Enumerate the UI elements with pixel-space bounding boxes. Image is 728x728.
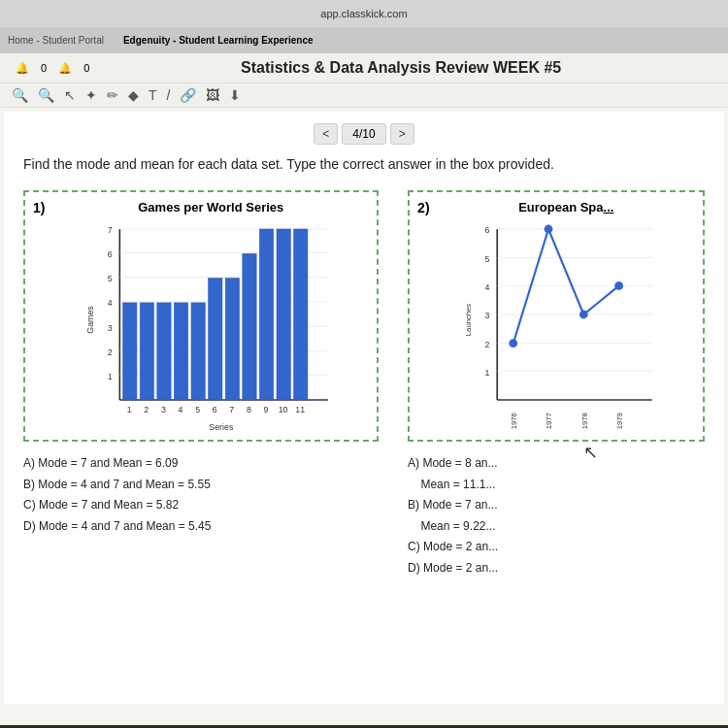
problem1-box: 1) Games per World Series xyxy=(23,190,379,442)
notif-count: 0 xyxy=(41,62,47,74)
svg-text:2: 2 xyxy=(108,347,113,357)
problem2-number: 2) xyxy=(417,200,429,215)
url-bar[interactable]: app.classkick.com xyxy=(320,8,407,19)
svg-text:1979: 1979 xyxy=(614,413,623,429)
zoom-icon[interactable]: 🔍 xyxy=(38,87,54,103)
svg-text:1977: 1977 xyxy=(545,413,553,429)
next-button[interactable]: > xyxy=(390,123,414,145)
svg-rect-25 xyxy=(277,229,290,400)
search-icon[interactable]: 🔍 xyxy=(12,87,28,103)
problem1-answers: A) Mode = 7 and Mean = 6.09 B) Mode = 4 … xyxy=(23,453,379,537)
svg-rect-16 xyxy=(123,303,137,400)
problem2-box: 2) European Spa... xyxy=(408,190,705,442)
svg-rect-23 xyxy=(243,253,256,400)
svg-text:6: 6 xyxy=(213,405,217,414)
problem2-column: 2) European Spa... xyxy=(398,190,705,579)
link-tool[interactable]: 🔗 xyxy=(180,87,196,103)
svg-rect-24 xyxy=(260,229,274,400)
svg-text:1: 1 xyxy=(127,405,132,414)
answer-1b: B) Mode = 4 and 7 and Mean = 5.55 xyxy=(23,475,379,496)
svg-text:11: 11 xyxy=(296,405,306,414)
pencil-tool[interactable]: ✏ xyxy=(107,87,118,103)
problem1-chart-title: Games per World Series xyxy=(52,200,369,215)
svg-point-57 xyxy=(614,281,623,290)
prev-button[interactable]: < xyxy=(314,123,338,145)
svg-text:5: 5 xyxy=(196,405,201,414)
tab-home[interactable]: Home - Student Portal xyxy=(8,35,104,46)
svg-rect-20 xyxy=(191,303,205,400)
svg-text:5: 5 xyxy=(108,274,113,283)
title-bar: app.classkick.com xyxy=(0,0,728,27)
hand-tool[interactable]: ✦ xyxy=(85,87,97,103)
content-area: < 4/10 > Find the mode and mean for each… xyxy=(4,112,724,704)
svg-text:3: 3 xyxy=(484,311,489,320)
answer-1c: C) Mode = 7 and Mean = 5.82 xyxy=(23,495,379,516)
line-tool[interactable]: / xyxy=(167,87,171,103)
svg-text:2: 2 xyxy=(484,340,489,349)
alert-icon: 🔔 xyxy=(58,62,72,75)
svg-text:10: 10 xyxy=(279,405,288,414)
browser-chrome: app.classkick.com Home - Student Portal … xyxy=(0,0,728,53)
image-tool[interactable]: 🖼 xyxy=(206,87,219,103)
answer-2b: B) Mode = 7 an... Mean = 9.22... xyxy=(408,495,705,537)
answer-1a: A) Mode = 7 and Mean = 6.09 xyxy=(23,453,379,475)
svg-text:1978: 1978 xyxy=(579,413,588,429)
line-chart-svg: 1 2 3 4 5 6 xyxy=(438,218,695,432)
svg-text:Launches: Launches xyxy=(463,304,472,336)
svg-rect-26 xyxy=(294,229,308,400)
cursor-tool[interactable]: ↖ xyxy=(64,87,76,103)
svg-text:7: 7 xyxy=(230,405,235,414)
app-header: 🔔 0 🔔 0 Statistics & Data Analysis Revie… xyxy=(0,53,728,83)
svg-text:9: 9 xyxy=(264,405,269,414)
svg-text:8: 8 xyxy=(247,405,251,414)
bar-chart-svg: 1 2 3 4 5 6 7 xyxy=(52,218,369,432)
answer-1d: D) Mode = 4 and 7 and Mean = 5.45 xyxy=(23,516,379,538)
answer-2c: C) Mode = 2 an... xyxy=(408,537,705,558)
answer-2d: D) Mode = 2 an... xyxy=(408,558,705,579)
svg-text:4: 4 xyxy=(108,298,113,308)
page-counter: 4/10 xyxy=(342,123,385,145)
problem1-number: 1) xyxy=(33,200,45,215)
svg-text:1976: 1976 xyxy=(510,413,518,429)
nav-bar: < 4/10 > xyxy=(23,123,705,145)
svg-point-56 xyxy=(579,311,587,319)
columns: 1) Games per World Series xyxy=(23,190,705,579)
shape-tool[interactable]: ◆ xyxy=(128,87,139,103)
svg-rect-19 xyxy=(175,303,188,400)
mouse-cursor-icon: ↖ xyxy=(583,442,598,463)
svg-rect-17 xyxy=(141,303,154,400)
svg-rect-21 xyxy=(209,279,222,400)
text-tool[interactable]: T xyxy=(149,87,157,103)
app-title: Statistics & Data Analysis Review WEEK #… xyxy=(89,59,712,77)
svg-text:Series: Series xyxy=(210,422,235,432)
problem1-column: 1) Games per World Series xyxy=(23,190,398,579)
svg-text:4: 4 xyxy=(179,405,183,414)
svg-text:1: 1 xyxy=(484,368,489,378)
toolbar: 🔍 🔍 ↖ ✦ ✏ ◆ T / 🔗 🖼 ⬇ xyxy=(0,83,728,108)
svg-text:5: 5 xyxy=(484,254,489,264)
tab-bar: Home - Student Portal Edgenuity - Studen… xyxy=(0,27,728,52)
svg-text:3: 3 xyxy=(108,323,113,333)
more-tool[interactable]: ⬇ xyxy=(229,87,241,103)
problem2-answers: A) Mode = 8 an... Mean = 11.1... B) Mode… xyxy=(408,453,705,579)
app-area: 🔔 0 🔔 0 Statistics & Data Analysis Revie… xyxy=(0,53,728,725)
svg-text:1: 1 xyxy=(108,372,113,381)
problem1-chart: 1 2 3 4 5 6 7 xyxy=(52,218,369,432)
svg-text:2: 2 xyxy=(145,405,149,414)
svg-rect-18 xyxy=(157,303,171,400)
bell-icon: 🔔 xyxy=(16,62,29,75)
svg-text:4: 4 xyxy=(484,282,489,292)
svg-text:Games: Games xyxy=(85,306,95,334)
answer-2a: A) Mode = 8 an... Mean = 11.1... xyxy=(408,453,705,495)
tab-edgenuity[interactable]: Edgenuity - Student Learning Experience xyxy=(123,35,314,46)
svg-text:6: 6 xyxy=(484,225,489,235)
svg-text:3: 3 xyxy=(161,405,166,414)
question-text: Find the mode and mean for each data set… xyxy=(23,154,705,175)
svg-rect-22 xyxy=(226,279,240,400)
svg-text:6: 6 xyxy=(108,249,113,259)
svg-text:7: 7 xyxy=(108,225,113,235)
notification-area: 🔔 0 🔔 0 xyxy=(16,62,89,75)
svg-point-55 xyxy=(544,225,552,234)
problem2-chart-title: European Spa... xyxy=(438,200,695,215)
svg-point-54 xyxy=(509,339,517,347)
